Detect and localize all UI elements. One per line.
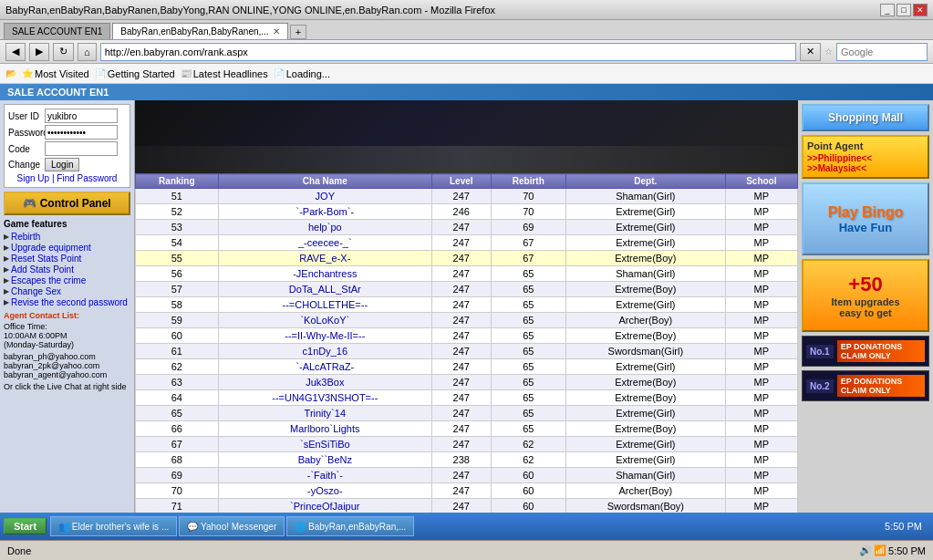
school-cell: MP [725,266,797,282]
bingo-text-line2: Have Fun [839,221,893,234]
sidebar-item-upgrade[interactable]: Upgrade equipment [4,243,130,253]
level-cell: 247 [431,437,491,452]
point-agent-box: Point Agent >>Philippine<< >>Malaysia<< [802,135,929,179]
tab-add-button[interactable]: + [290,25,306,39]
ep-boxes: No.1 EP DONATIONS CLAIM ONLY No.2 EP DON… [802,336,929,405]
signup-findpass-links[interactable]: Sign Up | Find Password [8,173,126,183]
rank-cell: 60 [136,328,219,344]
rank-cell: 61 [136,344,219,359]
name-cell[interactable]: DoTa_ALL_StAr [218,282,431,297]
center-panel: SOUNDS FROM DA HOOD Ranking Cha Name Lev… [135,100,798,560]
bookmark-loading[interactable]: 📄 Loading... [274,68,330,79]
school-cell: MP [725,483,797,499]
dept-cell: Swordsman(Boy) [565,499,725,514]
name-cell[interactable]: JOY [218,189,431,204]
name-cell[interactable]: --=II-Why-Me-II=-- [218,328,431,344]
sidebar-item-reset-stats[interactable]: Reset Stats Point [4,254,130,264]
level-cell: 247 [431,313,491,328]
userid-input[interactable] [45,109,118,123]
forward-button[interactable]: ▶ [29,43,49,61]
school-cell: MP [725,220,797,235]
ep-box-ep1[interactable]: No.1 EP DONATIONS CLAIM ONLY [802,336,929,367]
shopping-mall-button[interactable]: Shopping Mall [802,104,929,131]
dept-cell: Extreme(Boy) [565,328,725,344]
bookmark-latest-headlines[interactable]: 📰 Latest Headlines [181,68,268,79]
tab-sale[interactable]: SALE ACCOUNT EN1 [4,23,110,39]
name-cell[interactable]: --=CHOLLETHE=-- [218,297,431,313]
home-button[interactable]: ⌂ [78,43,97,61]
upgrades-box[interactable]: +50 Item upgrades easy to get [802,259,929,332]
tray-icon-1: 🔊 [859,544,872,556]
school-cell: MP [725,437,797,452]
table-row: 61 c1nDy_16 247 65 Swordsman(Girl) MP [136,344,798,359]
name-cell[interactable]: Juk3Box [218,375,431,390]
name-cell[interactable]: -`Faith`- [218,468,431,483]
level-cell: 247 [431,220,491,235]
login-button[interactable]: Login [45,158,79,171]
ep-tag-ep2: EP DONATIONS CLAIM ONLY [837,375,925,397]
control-panel-button[interactable]: 🎮 Control Panel [4,192,130,215]
code-input[interactable] [45,141,118,156]
taskbar-item-babyran[interactable]: 🌐 BabyRan,enBabyRan,... [286,516,414,536]
table-row: 54 _-ceecee-_` 247 67 Extreme(Girl) MP [136,235,798,251]
sidebar-item-revise-password[interactable]: Revise the second password [4,297,130,307]
school-cell: MP [725,452,797,468]
sale-account-bar[interactable]: SALE ACCOUNT EN1 [0,84,933,100]
name-cell[interactable]: Trinity`14 [218,406,431,421]
bookmark-most-visited[interactable]: ⭐ Most Visited [22,68,89,79]
dept-cell: Extreme(Girl) [565,406,725,421]
agent-contact-section: Agent Contact List: Office Time: 10:00AM… [4,311,130,391]
bingo-box[interactable]: Play Bingo Have Fun [802,182,929,255]
name-cell[interactable]: `-ALcATRaZ- [218,359,431,375]
sidebar-item-change-sex[interactable]: Change Sex [4,286,130,296]
name-cell[interactable]: `KoLoKoY` [218,313,431,328]
dept-cell: Extreme(Girl) [565,437,725,452]
col-name: Cha Name [218,174,431,189]
upgrades-number: +50 [848,273,882,296]
taskbar-item-yahoo[interactable]: 💬 Yahoo! Messenger [179,516,285,536]
tab-close-icon[interactable]: ✕ [273,26,280,36]
name-cell[interactable]: RAVE_e-X- [218,251,431,266]
sidebar-item-rebirth[interactable]: Rebirth [4,232,130,242]
stop-button[interactable]: ✕ [800,43,821,61]
rank-cell: 54 [136,235,219,251]
level-cell: 247 [431,282,491,297]
name-cell[interactable]: `-Park-Bom`- [218,204,431,220]
maximize-button[interactable]: □ [897,4,911,16]
taskbar-item-elder[interactable]: 👥 Elder brother's wife is ... [50,516,177,536]
name-cell[interactable]: --=UN4G1V3NSHOT=-- [218,390,431,406]
dept-cell: Shaman(Girl) [565,266,725,282]
name-cell[interactable]: help`po [218,220,431,235]
email-2: babyran_2pk@yahoo.com [4,361,130,370]
password-input[interactable] [45,125,118,140]
live-chat-note: Or click the Live Chat at right side [4,382,130,391]
reload-button[interactable]: ↻ [53,43,74,61]
start-button[interactable]: Start [4,518,47,534]
address-bar[interactable] [100,43,796,61]
name-cell[interactable]: _-ceecee-_` [218,235,431,251]
tab-babyran[interactable]: BabyRan,enBabyRan,BabyRanen,... ✕ [112,23,287,39]
minimize-button[interactable]: _ [880,4,895,16]
taskbar-clock: 5:50 PM [877,519,929,534]
malaysia-link[interactable]: >>Malaysia<< [807,163,924,173]
name-cell[interactable]: c1nDy_16 [218,344,431,359]
rebirth-cell: 60 [491,468,565,483]
back-button[interactable]: ◀ [5,43,26,61]
rank-cell: 69 [136,468,219,483]
sidebar-item-add-stats[interactable]: Add Stats Point [4,264,130,275]
search-input[interactable] [836,43,928,61]
name-cell[interactable]: Baby``BeNz [218,452,431,468]
sidebar-item-escapes[interactable]: Escapes the crime [4,275,130,285]
name-cell[interactable]: -yOszo- [218,483,431,499]
name-cell[interactable]: `PrinceOfJaipur [218,499,431,514]
bookmark-getting-started[interactable]: 📄 Getting Started [95,68,175,79]
ep-box-ep2[interactable]: No.2 EP DONATIONS CLAIM ONLY [802,370,929,401]
name-cell[interactable]: Marlboro`Lights [218,421,431,437]
password-label: Password [8,128,45,138]
philippine-link[interactable]: >>Philippine<< [807,153,924,163]
name-cell[interactable]: -JEnchantress [218,266,431,282]
rank-cell: 59 [136,313,219,328]
rank-cell: 58 [136,297,219,313]
close-button[interactable]: ✕ [913,4,928,16]
name-cell[interactable]: `sEnSiTiBo [218,437,431,452]
